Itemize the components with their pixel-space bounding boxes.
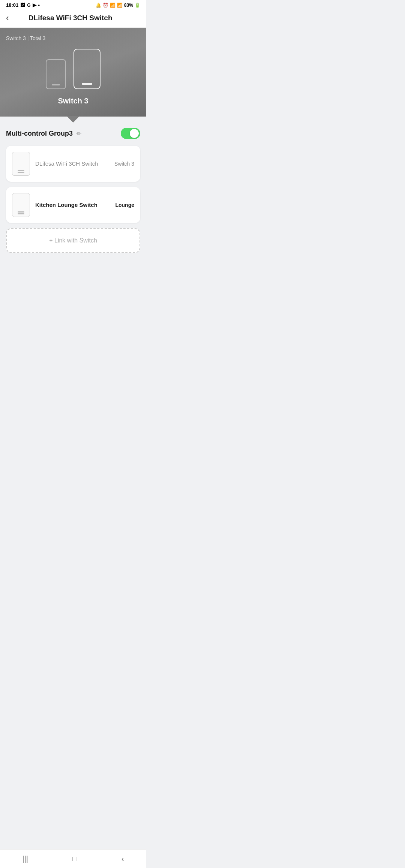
device-name-2: Kitchen Lounge Switch [35, 202, 110, 208]
device-switch-label-2: Lounge [115, 202, 134, 208]
group-toggle[interactable] [121, 128, 140, 139]
device-info-1: DLifesa WiFi 3CH Switch [35, 160, 109, 168]
dot-indicator: • [38, 2, 40, 8]
switch-btn-bar [52, 84, 60, 85]
page-title: DLifesa WiFi 3CH Switch [13, 14, 128, 22]
edit-icon[interactable]: ✏ [76, 130, 81, 137]
clock-icon: ⏰ [103, 3, 108, 8]
group-title: Multi-control Group3 [6, 130, 73, 138]
youtube-icon: ▶ [33, 2, 36, 8]
main-content: Multi-control Group3 ✏ DLifesa WiFi 3CH … [0, 117, 146, 268]
signal-icon: 📶 [117, 3, 123, 8]
device-switch-label-1: Switch 3 [114, 161, 134, 167]
switch-icons-group [46, 49, 100, 89]
icon-bar-2a [18, 211, 24, 213]
icon-bar-1a [18, 170, 24, 171]
device-card-2[interactable]: Kitchen Lounge Switch Lounge [6, 187, 140, 223]
device-card-1[interactable]: DLifesa WiFi 3CH Switch Switch 3 [6, 146, 140, 182]
alarm-icon: 🔔 [96, 3, 101, 8]
battery-label: 83% [124, 3, 133, 8]
hero-banner: Switch 3 | Total 3 Switch 3 [0, 28, 146, 117]
back-button[interactable]: ‹ [6, 13, 9, 23]
google-icon: G [27, 3, 30, 8]
status-right: 🔔 ⏰ 📶 📶 83% 🔋 [96, 3, 140, 8]
device-icon-2 [12, 193, 30, 217]
device-icon-1 [12, 152, 30, 176]
hero-subtitle: Switch 3 | Total 3 [6, 35, 45, 41]
battery-icon: 🔋 [135, 3, 140, 8]
link-with-switch-button[interactable]: + Link with Switch [6, 228, 140, 253]
gallery-icon: 🖼 [20, 2, 25, 8]
status-bar: 18:01 🖼 G ▶ • 🔔 ⏰ 📶 📶 83% 🔋 [0, 0, 146, 9]
icon-bar-2b [18, 213, 24, 214]
status-time: 18:01 [6, 2, 18, 8]
app-header: ‹ DLifesa WiFi 3CH Switch [0, 9, 146, 28]
group-header: Multi-control Group3 ✏ [6, 128, 140, 139]
switch-icon-large-center [74, 49, 100, 89]
switch-btn-bar-large [82, 83, 92, 85]
switch-icon-small-left [46, 59, 66, 89]
wifi-icon: 📶 [110, 3, 116, 8]
status-left: 18:01 🖼 G ▶ • [6, 2, 40, 8]
device-info-2: Kitchen Lounge Switch [35, 202, 110, 209]
toggle-slider [121, 128, 140, 139]
icon-bar-1b [18, 172, 24, 173]
device-name-1: DLifesa WiFi 3CH Switch [35, 160, 109, 167]
hero-device-name: Switch 3 [58, 97, 88, 105]
group-title-area: Multi-control Group3 ✏ [6, 130, 81, 138]
